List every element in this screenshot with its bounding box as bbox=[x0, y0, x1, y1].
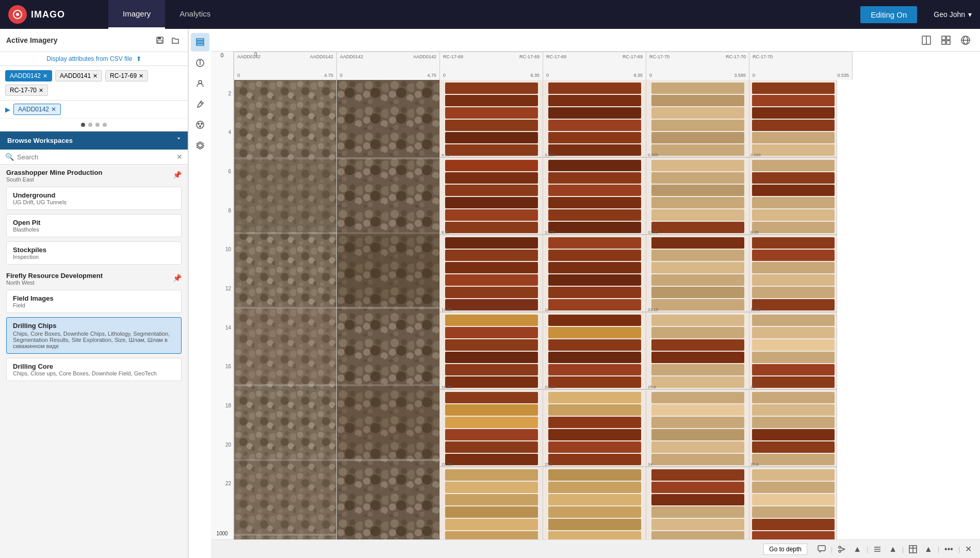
core-col-3[interactable]: 4.75 8.35 13.85 18.35 22.35 28 bbox=[440, 80, 543, 539]
tag-remove-icon[interactable]: ✕ bbox=[43, 73, 47, 79]
tag-remove-icon[interactable]: ✕ bbox=[93, 73, 97, 79]
svg-rect-75 bbox=[445, 222, 538, 233]
svg-rect-122 bbox=[548, 172, 641, 184]
svg-rect-167 bbox=[651, 95, 744, 106]
svg-rect-131 bbox=[548, 287, 641, 298]
close-bottom-icon[interactable]: ✕ bbox=[963, 542, 974, 556]
top-ruler-zero: 0 bbox=[254, 52, 257, 57]
workspace-item-field[interactable]: Field Images Field bbox=[6, 290, 182, 313]
layers-icon[interactable] bbox=[191, 136, 209, 155]
table-up-icon[interactable]: ▲ bbox=[922, 543, 935, 556]
workspace-item-openpit[interactable]: Open Pit Blastholes bbox=[6, 214, 182, 237]
person-icon[interactable] bbox=[191, 74, 209, 93]
nav-tab-analytics[interactable]: Analytics bbox=[165, 0, 225, 29]
palette-icon[interactable] bbox=[191, 116, 209, 134]
core-col-1[interactable] bbox=[234, 80, 337, 539]
tag-remove-icon[interactable]: ✕ bbox=[139, 73, 143, 79]
svg-rect-76 bbox=[445, 237, 538, 249]
brush-icon[interactable] bbox=[191, 95, 209, 113]
info-icon[interactable] bbox=[191, 54, 209, 72]
svg-rect-70 bbox=[445, 160, 538, 171]
svg-rect-95 bbox=[445, 482, 538, 493]
single-image-view-button[interactable] bbox=[918, 32, 935, 48]
svg-rect-237 bbox=[752, 339, 835, 351]
svg-rect-44 bbox=[234, 459, 337, 534]
core-col-4[interactable]: 3.585 13.55 18 22.15 25.8 34 bbox=[543, 80, 646, 539]
tag-chip-active[interactable]: AADD0142 ✕ bbox=[5, 70, 52, 81]
chip-close-icon[interactable]: ✕ bbox=[51, 106, 56, 113]
svg-rect-133 bbox=[548, 315, 641, 326]
dot-4[interactable] bbox=[103, 123, 107, 127]
svg-rect-137 bbox=[548, 364, 641, 375]
pin-icon[interactable]: 📌 bbox=[173, 274, 182, 282]
globe-view-button[interactable] bbox=[957, 32, 974, 48]
svg-rect-20 bbox=[946, 36, 950, 40]
svg-point-269 bbox=[839, 550, 841, 552]
search-bar: 🔍 ✕ bbox=[0, 150, 188, 165]
expanded-chip[interactable]: AADD0142 ✕ bbox=[13, 104, 61, 115]
depth-mark-22: 22 bbox=[225, 481, 231, 486]
browse-workspaces-header[interactable]: Browse Workspaces ˅ bbox=[0, 132, 188, 150]
svg-text:13.55: 13.55 bbox=[750, 307, 761, 312]
editing-on-button[interactable]: Editing On bbox=[860, 6, 917, 23]
dot-3[interactable] bbox=[95, 123, 100, 127]
core-col-5[interactable]: 0.535 13.55 22.15 25.8 34 42 bbox=[646, 80, 749, 539]
workspace-item-underground[interactable]: Underground UG Drift, UG Tunnels bbox=[6, 187, 182, 210]
tag-chip-3[interactable]: RC-17-70 ✕ bbox=[5, 85, 48, 96]
list-up-icon[interactable]: ▲ bbox=[887, 543, 899, 556]
list-view-icon[interactable] bbox=[191, 33, 209, 52]
svg-rect-238 bbox=[752, 352, 835, 363]
svg-rect-143 bbox=[548, 441, 641, 453]
depth-mark-12: 12 bbox=[225, 286, 231, 291]
svg-rect-220 bbox=[752, 120, 835, 131]
dot-2[interactable] bbox=[88, 123, 92, 127]
svg-rect-149 bbox=[548, 519, 641, 530]
svg-rect-227 bbox=[752, 209, 835, 221]
tag-chip-2[interactable]: RC-17-69 ✕ bbox=[105, 70, 148, 81]
scissors-icon[interactable] bbox=[836, 543, 848, 555]
svg-rect-119 bbox=[548, 132, 641, 143]
search-icon: 🔍 bbox=[5, 153, 14, 161]
go-to-depth-button[interactable]: Go to depth bbox=[763, 544, 807, 555]
dots-icon[interactable]: ••• bbox=[942, 543, 955, 556]
svg-rect-170 bbox=[651, 132, 744, 143]
svg-rect-142 bbox=[548, 429, 641, 440]
svg-text:25.8: 25.8 bbox=[750, 462, 759, 467]
panel-actions bbox=[154, 34, 182, 46]
user-menu[interactable]: Geo John ▾ bbox=[925, 10, 980, 19]
search-input[interactable] bbox=[17, 153, 173, 161]
nav-tab-imagery[interactable]: Imagery bbox=[108, 0, 165, 29]
core-columns-container[interactable]: 0 AADD0142AADD0142 04.75 AADD0142AADD014… bbox=[234, 52, 980, 539]
chevron-up-icon[interactable]: ▲ bbox=[851, 543, 863, 556]
core-col-6[interactable]: 0.535 8.35 13.55 22 25.8 34 bbox=[749, 80, 837, 539]
workspace-item-drilling-core[interactable]: Drilling Core Chips, Close ups, Core Box… bbox=[6, 358, 182, 381]
svg-line-12 bbox=[200, 102, 202, 104]
tag-remove-icon[interactable]: ✕ bbox=[39, 87, 43, 94]
save-button[interactable] bbox=[154, 34, 166, 46]
list-icon-bottom[interactable] bbox=[871, 543, 884, 555]
toolbar-right bbox=[918, 32, 974, 48]
depth-ruler: 0 2 4 6 8 10 12 14 16 18 20 22 1000 bbox=[211, 52, 234, 539]
expand-arrow-icon[interactable]: ▶ bbox=[5, 106, 10, 113]
csv-bar[interactable]: Display attributes from CSV file ⬆ bbox=[0, 52, 188, 66]
tag-chip-1[interactable]: AADD0141 ✕ bbox=[55, 70, 102, 81]
svg-rect-140 bbox=[548, 404, 641, 416]
dot-1[interactable] bbox=[81, 123, 85, 127]
folder-button[interactable] bbox=[169, 34, 182, 46]
svg-rect-123 bbox=[548, 185, 641, 196]
svg-rect-147 bbox=[548, 494, 641, 505]
col5-header: RC-17-70RC-17-70 03.585 bbox=[646, 52, 749, 80]
upload-icon: ⬆ bbox=[136, 55, 141, 62]
svg-rect-193 bbox=[651, 429, 744, 440]
svg-rect-250 bbox=[752, 506, 835, 518]
grid-view-button[interactable] bbox=[938, 32, 954, 48]
pin-icon[interactable]: 📌 bbox=[173, 171, 182, 179]
table-icon[interactable] bbox=[907, 543, 919, 555]
clear-search-button[interactable]: ✕ bbox=[176, 153, 183, 161]
comment-icon[interactable] bbox=[815, 543, 828, 555]
workspace-item-stockpiles[interactable]: Stockpiles Inspection bbox=[6, 241, 182, 265]
svg-rect-91 bbox=[445, 429, 538, 440]
svg-rect-222 bbox=[752, 144, 835, 156]
core-col-2[interactable] bbox=[337, 80, 440, 539]
workspace-item-drilling-chips[interactable]: Drilling Chips Chips, Core Boxes, Downho… bbox=[6, 317, 182, 354]
